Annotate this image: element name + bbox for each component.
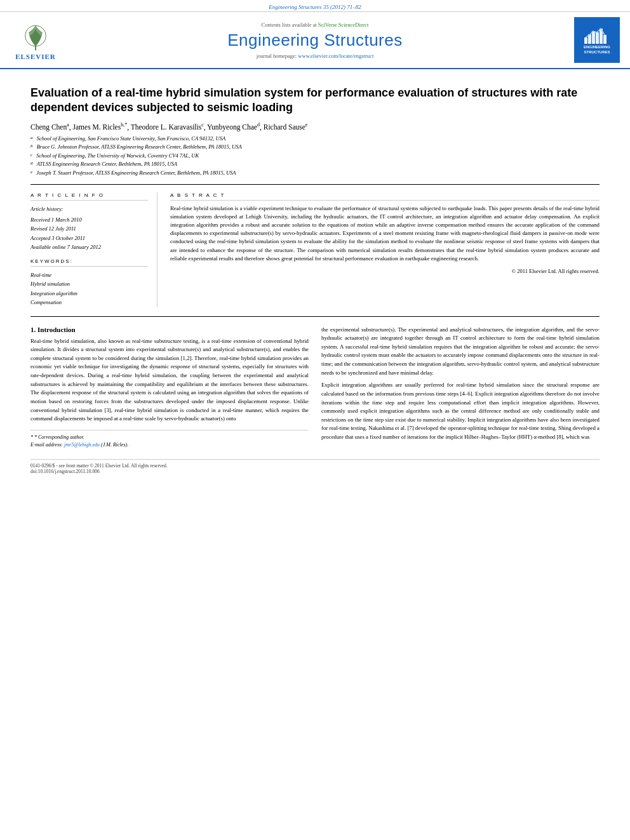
sciverse-line: Contents lists available at SciVerse Sci… bbox=[67, 22, 563, 28]
footnote-corresponding-label: * Corresponding author. bbox=[34, 434, 84, 440]
affil-d: ATLSS Engineering Research Center, Bethl… bbox=[37, 160, 177, 169]
history-received: Received 1 March 2010 bbox=[30, 215, 148, 224]
history-online: Available online 7 January 2012 bbox=[30, 243, 148, 251]
body-two-col: 1. Introduction Real-time hybrid simulat… bbox=[30, 326, 600, 449]
journal-citation: Engineering Structures 35 (2012) 71–82 bbox=[269, 4, 361, 10]
info-abstract-cols: A R T I C L E I N F O Article history: R… bbox=[30, 192, 600, 307]
journal-top-bar: Engineering Structures 35 (2012) 71–82 bbox=[0, 0, 630, 12]
svg-rect-4 bbox=[592, 31, 595, 44]
copyright-line: © 2011 Elsevier Ltd. All rights reserved… bbox=[170, 268, 600, 274]
footnote-corresponding: * * Corresponding author. bbox=[30, 434, 309, 441]
keywords-section: Keywords: Real-time Hybrid simulation In… bbox=[30, 258, 148, 307]
section1-para2: the experimental substructure(s). The ex… bbox=[321, 326, 600, 378]
logo-graphic bbox=[584, 25, 610, 44]
history-accepted: Accepted 3 October 2011 bbox=[30, 234, 148, 243]
keyword-2: Integration algorithm bbox=[30, 289, 148, 298]
keyword-list: Real-time Hybrid simulation Integration … bbox=[30, 270, 148, 307]
footer-issn: 0141-0296/$ - see front matter © 2011 El… bbox=[30, 463, 600, 469]
keyword-1: Hybrid simulation bbox=[30, 279, 148, 288]
article-info-label: A R T I C L E I N F O bbox=[30, 192, 148, 201]
keyword-3: Compensation bbox=[30, 298, 148, 307]
article-title-section: Evaluation of a real-time hybrid simulat… bbox=[30, 86, 600, 185]
sciverse-link: SciVerse ScienceDirect bbox=[318, 22, 369, 28]
journal-logo-right: ENGINEERING STRUCTURES bbox=[569, 17, 620, 63]
body-right-col: the experimental substructure(s). The ex… bbox=[321, 326, 600, 449]
authors-line: Cheng Chena, James M. Riclesb,*, Theodor… bbox=[30, 122, 600, 131]
footnote-email-value: jmr5@lehigh.edu bbox=[64, 442, 100, 448]
footnote-email: E-mail address: jmr5@lehigh.edu (J.M. Ri… bbox=[30, 441, 309, 449]
affil-e: Joseph T. Stuart Professor, ATLSS Engine… bbox=[36, 169, 236, 178]
affiliations: a School of Engineering, San Francisco S… bbox=[30, 135, 600, 178]
history-revised: Revised 12 July 2011 bbox=[30, 224, 148, 233]
article-info-col: A R T I C L E I N F O Article history: R… bbox=[30, 192, 158, 307]
main-journal-title: Engineering Structures bbox=[67, 30, 563, 50]
abstract-text: Real-time hybrid simulation is a viable … bbox=[170, 204, 600, 263]
elsevier-logo: ELSEVIER bbox=[10, 20, 61, 60]
elsevier-brand-text: ELSEVIER bbox=[15, 53, 56, 60]
logo-text: ENGINEERING STRUCTURES bbox=[574, 45, 620, 55]
keywords-label: Keywords: bbox=[30, 258, 148, 267]
keyword-0: Real-time bbox=[30, 270, 148, 279]
svg-rect-7 bbox=[603, 35, 607, 44]
homepage-url: www.elsevier.com/locate/engstruct bbox=[298, 53, 373, 59]
affil-a: School of Engineering, San Francisco Sta… bbox=[37, 135, 226, 143]
section-divider bbox=[30, 316, 600, 317]
article-history: Article history: Received 1 March 2010 R… bbox=[30, 204, 148, 252]
footnote-email-suffix: (J.M. Ricles). bbox=[101, 442, 128, 448]
svg-rect-5 bbox=[596, 32, 599, 44]
article-footer: 0141-0296/$ - see front matter © 2011 El… bbox=[30, 459, 600, 474]
svg-rect-2 bbox=[584, 37, 587, 44]
abstract-col: A B S T R A C T Real-time hybrid simulat… bbox=[170, 192, 600, 307]
abstract-label: A B S T R A C T bbox=[170, 192, 600, 201]
section1-heading: 1. Introduction bbox=[30, 326, 309, 333]
footnote-area: * * Corresponding author. E-mail address… bbox=[30, 430, 309, 449]
footnote-email-label: E-mail address: bbox=[30, 442, 63, 448]
journal-header: ELSEVIER Contents lists available at Sci… bbox=[0, 12, 630, 69]
body-left-col: 1. Introduction Real-time hybrid simulat… bbox=[30, 326, 309, 449]
homepage-line: journal homepage: www.elsevier.com/locat… bbox=[67, 53, 563, 59]
section1-para3: Explicit integration algorithms are usua… bbox=[321, 381, 600, 441]
footer-doi: doi:10.1016/j.engstruct.2011.10.006 bbox=[30, 469, 600, 474]
history-title: Article history: bbox=[30, 204, 148, 213]
logo-box: ENGINEERING STRUCTURES bbox=[574, 17, 620, 63]
article-content: Evaluation of a real-time hybrid simulat… bbox=[0, 69, 630, 481]
section1-para1: Real-time hybrid simulation, also known … bbox=[30, 337, 309, 423]
journal-title-center: Contents lists available at SciVerse Sci… bbox=[67, 22, 563, 59]
tree-svg-icon bbox=[17, 20, 55, 51]
article-title: Evaluation of a real-time hybrid simulat… bbox=[30, 86, 600, 116]
affil-b: Bruce G. Johnston Professor, ATLSS Engin… bbox=[37, 143, 242, 152]
affil-c: School of Engineering, The University of… bbox=[36, 152, 199, 161]
